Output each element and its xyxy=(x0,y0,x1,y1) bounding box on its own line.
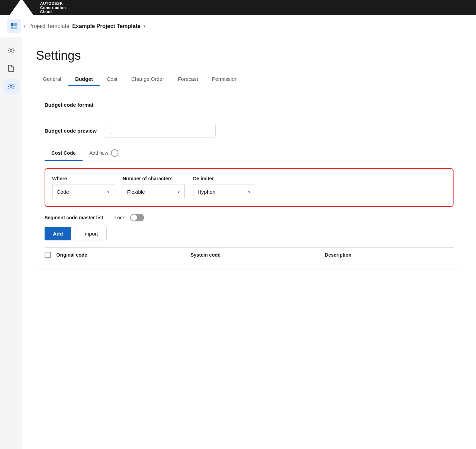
where-label: Where xyxy=(52,176,114,181)
num-chars-chevron-icon: ∨ xyxy=(177,189,180,194)
tab-budget[interactable]: Budget xyxy=(68,73,100,86)
main-content: Settings General Budget Cost Change Orde… xyxy=(22,37,476,449)
toggle-knob xyxy=(131,214,137,221)
sidebar-item-document[interactable] xyxy=(3,61,19,76)
add-new-icon: + xyxy=(111,149,118,157)
master-list-row: Segment code master list Lock xyxy=(45,214,454,221)
delimiter-label: Delimiter xyxy=(193,176,255,181)
breadcrumb-app-icon xyxy=(7,19,21,33)
sidebar-item-settings-active[interactable] xyxy=(3,79,19,94)
tab-permission[interactable]: Permission xyxy=(205,73,244,86)
sort-icon: ↓ xyxy=(222,252,224,257)
top-bar: AUTODESK Construction Cloud xyxy=(0,0,476,15)
breadcrumb-project-name: Example Project Template xyxy=(72,23,141,29)
gear-icon-2 xyxy=(7,83,15,90)
settings-body: Budget code preview Cost Code Add new + xyxy=(36,115,462,269)
cost-code-tab-label: Cost Code xyxy=(51,150,76,156)
inner-tab-add-new[interactable]: Add new + xyxy=(83,146,125,161)
budget-preview-input[interactable] xyxy=(105,124,216,137)
breadcrumb-arrow-1: ▾ xyxy=(23,24,26,29)
import-button[interactable]: Import xyxy=(75,227,107,240)
document-icon xyxy=(7,65,15,72)
fields-row: Where Code ∨ Number of characters Flexib… xyxy=(52,176,446,199)
breadcrumb-bar: ▾ Project Template Example Project Templ… xyxy=(0,15,476,37)
num-chars-value: Flexible xyxy=(127,189,145,195)
svg-rect-3 xyxy=(14,27,17,29)
app-layout: Settings General Budget Cost Change Orde… xyxy=(0,37,476,449)
delimiter-value: Hyphen xyxy=(198,189,216,195)
col-system-code[interactable]: System code ↓ xyxy=(191,252,320,258)
add-button[interactable]: Add xyxy=(45,227,71,240)
inner-tab-cost-code[interactable]: Cost Code xyxy=(45,146,83,161)
app-icon-svg xyxy=(10,22,18,30)
budget-preview-row: Budget code preview xyxy=(45,124,454,137)
svg-rect-2 xyxy=(11,27,13,29)
tab-forecast[interactable]: Forecast xyxy=(171,73,205,86)
svg-rect-0 xyxy=(11,23,13,26)
tab-general[interactable]: General xyxy=(36,73,68,86)
lock-label: Lock xyxy=(115,215,125,220)
budget-preview-label: Budget code preview xyxy=(45,128,97,134)
select-all-checkbox[interactable] xyxy=(45,252,51,258)
brand-name: AUTODESK Construction Cloud xyxy=(40,1,70,14)
col-description: Description xyxy=(325,252,454,258)
delimiter-field-group: Delimiter Hyphen ∨ xyxy=(193,176,255,199)
col-system-code-label: System code xyxy=(191,252,220,258)
table-header-row: Original code System code ↓ Description xyxy=(45,247,454,261)
gear-icon-1 xyxy=(7,47,15,54)
settings-card: Budget code format Budget code preview C… xyxy=(36,95,462,269)
settings-section-header: Budget code format xyxy=(36,95,462,115)
tab-cost[interactable]: Cost xyxy=(100,73,124,86)
where-select[interactable]: Code ∨ xyxy=(52,184,114,199)
action-buttons-row: Add Import xyxy=(45,227,454,240)
num-chars-label: Number of characters xyxy=(123,176,185,181)
delimiter-select[interactable]: Hyphen ∨ xyxy=(193,184,255,199)
main-tabs: General Budget Cost Change Order Forecas… xyxy=(36,73,462,86)
inner-tabs: Cost Code Add new + xyxy=(45,146,454,161)
svg-point-4 xyxy=(10,49,12,51)
page-title: Settings xyxy=(36,48,462,63)
section-title: Budget code format xyxy=(45,102,94,108)
svg-point-5 xyxy=(10,85,12,87)
col-original-code: Original code xyxy=(56,252,185,258)
breadcrumb-template-label: Project Template xyxy=(28,23,69,29)
lock-toggle[interactable] xyxy=(130,214,144,221)
num-chars-select[interactable]: Flexible ∨ xyxy=(123,184,185,199)
num-chars-field-group: Number of characters Flexible ∨ xyxy=(123,176,185,199)
delimiter-chevron-icon: ∨ xyxy=(248,189,251,194)
svg-rect-1 xyxy=(14,23,17,26)
where-field-group: Where Code ∨ xyxy=(52,176,114,199)
sidebar xyxy=(0,37,22,449)
tab-change-order[interactable]: Change Order xyxy=(124,73,171,86)
red-outline-section: Where Code ∨ Number of characters Flexib… xyxy=(45,168,454,207)
breadcrumb-dropdown-arrow[interactable]: ▾ xyxy=(143,24,145,29)
master-list-label: Segment code master list xyxy=(45,215,103,220)
add-new-tab-label: Add new xyxy=(89,150,108,156)
sidebar-item-settings-main[interactable] xyxy=(3,43,19,58)
where-value: Code xyxy=(57,189,69,195)
divider xyxy=(109,214,109,221)
where-chevron-icon: ∨ xyxy=(107,189,110,194)
